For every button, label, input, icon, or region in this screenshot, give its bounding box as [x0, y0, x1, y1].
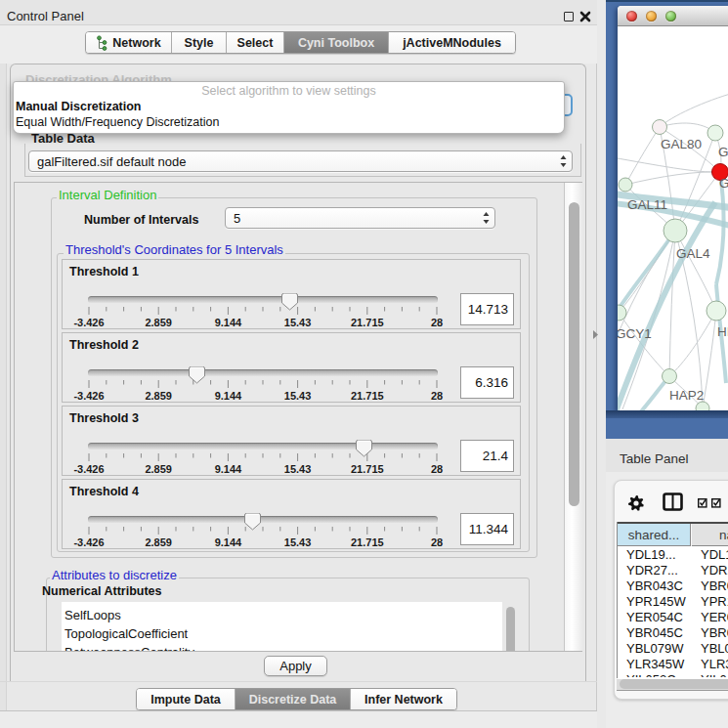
svg-text:GAL4: GAL4 [676, 246, 710, 261]
svg-text:GAL80: GAL80 [661, 137, 702, 151]
svg-text:GAL11: GAL11 [627, 197, 667, 212]
svg-text:HIS4: HIS4 [717, 324, 728, 339]
svg-text:GCN4: GCN4 [719, 176, 728, 191]
svg-text:HAP2: HAP2 [669, 388, 704, 403]
svg-text:GAL2: GAL2 [718, 145, 728, 159]
svg-text:GCY1: GCY1 [618, 326, 652, 341]
